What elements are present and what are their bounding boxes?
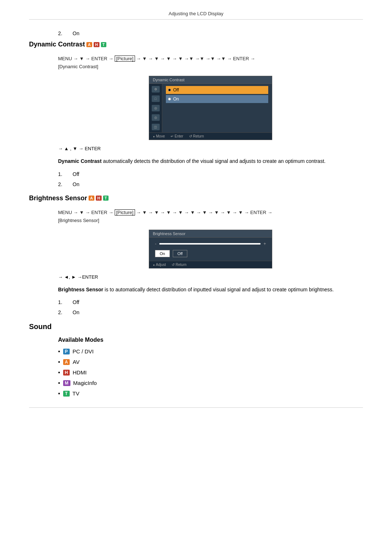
dc-option-dot-off <box>168 89 171 91</box>
bs-slider-row: - + <box>155 241 266 246</box>
bs-list-num-2: 2. <box>58 309 73 315</box>
page-title: Adjusting the LCD Display <box>168 11 223 16</box>
list-num-2: 2. <box>58 30 73 36</box>
dc-screen: Dynamic Contrast ⚙ □ ◎ ◎ ◫ Off <box>149 76 272 140</box>
bs-list-off: Off <box>73 299 79 305</box>
dc-list-num-2: 2. <box>58 181 73 187</box>
badge-av: A <box>63 359 70 365</box>
bs-nav-instruction: → ◄, ► →ENTER <box>58 274 363 280</box>
dc-footer-return: ↺ Return <box>189 134 204 138</box>
badge-tv: T <box>63 391 70 397</box>
bs-list-num-1: 1. <box>58 299 73 305</box>
bs-slider-plus: + <box>264 241 266 246</box>
dc-list-num-1: 1. <box>58 171 73 177</box>
mode-item-tv: • T TV <box>58 390 363 397</box>
sound-heading: Sound <box>29 323 363 331</box>
dc-options-list: Off On <box>162 84 272 132</box>
mode-label-hdmi: HDMI <box>73 369 86 376</box>
dc-option-off[interactable]: Off <box>166 86 268 94</box>
dc-sidebar: ⚙ □ ◎ ◎ ◫ <box>149 84 162 132</box>
bullet-av: • <box>58 359 60 365</box>
bullet-tv: • <box>58 391 60 397</box>
dc-sidebar-icon-3: ◎ <box>152 105 160 111</box>
bs-footer: ⬧ Adjust ↺ Return <box>149 261 272 268</box>
badge-a: A <box>86 42 92 47</box>
bottom-divider <box>29 407 363 408</box>
mode-item-magicinfo: • M MagicInfo <box>58 380 363 386</box>
bs-badge-t: T <box>103 196 109 201</box>
bs-badge-a: A <box>89 196 94 201</box>
mode-item-av: • A AV <box>58 359 363 365</box>
dc-nav-instruction: → ▲ , ▼ → ENTER <box>58 146 363 151</box>
brightness-sensor-title: Brightness Sensor <box>29 194 87 202</box>
badge-hdmi: H <box>63 370 70 376</box>
dc-list-item-2: 2. On <box>58 181 363 187</box>
dc-sidebar-icon-1: ⚙ <box>152 86 160 93</box>
dc-option-dot-on <box>168 98 171 100</box>
brightness-sensor-heading: Brightness Sensor A H T <box>29 194 363 202</box>
dc-description: Dynamic Contrast automatically detects t… <box>58 157 363 165</box>
mode-label-tv: TV <box>73 390 79 397</box>
dc-footer-enter: ↵ Enter <box>171 134 183 138</box>
dc-footer: ⬧ Move ↵ Enter ↺ Return <box>149 132 272 140</box>
dc-list-item-1: 1. Off <box>58 171 363 177</box>
page-header: Adjusting the LCD Display <box>29 11 363 20</box>
dc-list-off: Off <box>73 171 79 177</box>
dc-bold-term: Dynamic Contrast <box>58 158 102 164</box>
dc-list-on: On <box>73 181 79 187</box>
bs-menu-instruction: MENU → ▼ → ENTER → [Picture] → ▼ → ▼ → ▼… <box>58 209 363 225</box>
available-modes-heading: Available Modes <box>58 337 363 343</box>
badge-magicinfo: M <box>63 380 70 386</box>
bs-list-item-2: 2. On <box>58 309 363 315</box>
sound-section: Sound Available Modes • P PC / DVI • A A… <box>29 323 363 397</box>
badge-h: H <box>94 42 99 47</box>
dc-screen-title: Dynamic Contrast <box>149 76 272 84</box>
badge-t: T <box>101 42 106 47</box>
dc-menu-instruction: MENU → ▼ → ENTER → [Picture] → ▼ → ▼ → ▼… <box>58 55 363 71</box>
bs-footer-adjust: ⬧ Adjust <box>153 263 166 267</box>
mode-item-pc: • P PC / DVI <box>58 348 363 354</box>
dc-option-off-label: Off <box>173 87 179 93</box>
bullet-magicinfo: • <box>58 380 60 386</box>
badge-p: P <box>63 349 70 354</box>
bs-btn-on[interactable]: On <box>155 250 170 257</box>
dc-screen-container: Dynamic Contrast ⚙ □ ◎ ◎ ◫ Off <box>58 76 363 140</box>
bs-screen-container: Brightness Sensor - + On Off ⬧ <box>58 230 363 268</box>
bs-btn-row: On Off <box>155 250 266 257</box>
dynamic-contrast-title: Dynamic Contrast <box>29 41 85 48</box>
bs-badge-h: H <box>96 196 102 201</box>
bs-list-on: On <box>73 309 79 315</box>
bullet-pc: • <box>58 349 60 354</box>
dynamic-contrast-heading: Dynamic Contrast A H T <box>29 41 363 48</box>
bullet-hdmi: • <box>58 370 60 376</box>
bs-screen: Brightness Sensor - + On Off ⬧ <box>149 230 272 268</box>
list-text-on: On <box>73 30 79 36</box>
bs-btn-off[interactable]: Off <box>173 250 187 257</box>
dc-option-on[interactable]: On <box>166 95 268 103</box>
bs-bold-term: Brightness Sensor <box>58 287 103 292</box>
dc-footer-move: ⬧ Move <box>153 134 165 138</box>
bs-screen-body: - + On Off <box>149 238 272 261</box>
intro-list-item-2: 2. On <box>58 30 363 36</box>
bs-slider-track <box>159 243 261 245</box>
bs-slider-fill <box>159 243 220 245</box>
mode-label-av: AV <box>73 359 79 365</box>
bs-slider-minus: - <box>155 241 156 246</box>
dc-sidebar-icon-5: ◫ <box>152 124 160 130</box>
bs-list-item-1: 1. Off <box>58 299 363 305</box>
dc-option-on-label: On <box>173 97 179 102</box>
mode-label-magicinfo: MagicInfo <box>73 380 97 386</box>
mode-label-pc: PC / DVI <box>73 348 94 354</box>
bs-description: Brightness Sensor is to automatically de… <box>58 286 363 294</box>
mode-item-hdmi: • H HDMI <box>58 369 363 376</box>
bs-footer-return: ↺ Return <box>172 263 187 267</box>
dc-sidebar-icon-2: □ <box>152 95 160 102</box>
modes-list: • P PC / DVI • A AV • H HDMI • M MagicIn… <box>58 348 363 397</box>
bs-screen-title: Brightness Sensor <box>149 230 272 238</box>
dc-sidebar-icon-4: ◎ <box>152 114 160 121</box>
